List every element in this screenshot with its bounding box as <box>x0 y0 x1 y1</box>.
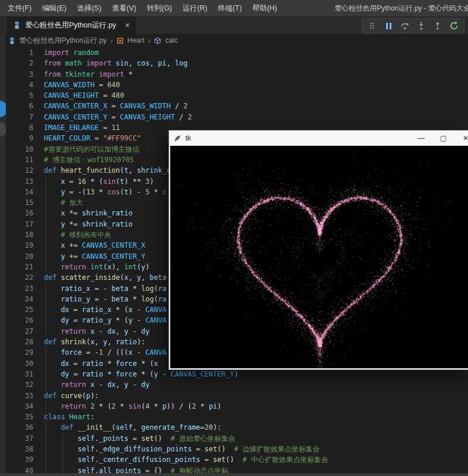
indent-guide <box>46 219 46 230</box>
code-text: #需要源代码的可以加博主微信 <box>44 144 139 155</box>
code-text: def __init__(self, generate_frame=20): <box>44 422 222 433</box>
tk-titlebar[interactable]: tk — ▢ ✕ <box>169 131 468 146</box>
code-line[interactable]: 33def curve(p): <box>0 391 468 401</box>
code-line[interactable]: 39 self._center_diffusion_points = set()… <box>0 454 468 465</box>
tab-bar: 爱心粉丝色用Python运行.py × <box>0 16 468 34</box>
breadcrumb-method[interactable]: calc <box>165 36 177 44</box>
code-text: force = -1 / (((x - CANVA <box>44 347 167 358</box>
activity-bar-sliver <box>0 34 6 476</box>
window-title: 爱心粉丝色用Python运行.py - 爱心代码大全 - Vis <box>335 0 468 16</box>
code-text: self._center_diffusion_points = set() # … <box>44 454 328 465</box>
code-text: CANVAS_CENTER_Y = CANVAS_HEIGHT / 2 <box>44 112 192 122</box>
code-line[interactable]: 6CANVAS_CENTER_X = CANVAS_WIDTH / 2 <box>0 101 468 111</box>
debug-badge-icon[interactable] <box>0 101 6 117</box>
step-over-icon[interactable] <box>400 21 410 30</box>
code-line[interactable]: 5CANVAS_HEIGHT = 480 <box>0 90 468 101</box>
code-text: def scatter_inside(x, y, beta <box>44 272 167 283</box>
maximize-button[interactable]: ▢ <box>433 131 453 146</box>
method-symbol-icon <box>154 37 161 44</box>
menu-item[interactable]: 转到(G) <box>142 0 177 16</box>
code-line[interactable]: 4CANVAS_WIDTH = 640 <box>0 80 468 90</box>
code-text: return x - dx, y - dy <box>44 326 150 337</box>
indent-guide <box>46 251 46 262</box>
code-line[interactable]: 35class Heart: <box>0 412 468 422</box>
code-text: from tkinter import * <box>44 69 133 80</box>
code-text: self._points = set() # 原始爱心坐标集合 <box>44 433 235 444</box>
python-icon <box>13 21 21 29</box>
code-line[interactable]: 37 self._points = set() # 原始爱心坐标集合 <box>0 433 468 444</box>
code-text: return 2 * (2 * sin(4 * p)) / (2 * pi) <box>44 401 222 412</box>
code-text: HEART_COLOR = "#FF99CC" <box>44 133 141 143</box>
code-text: x = 16 * (sin(t) ** 3) <box>44 176 154 187</box>
code-text: class Heart: <box>44 412 95 422</box>
code-text: x *= shrink_ratio <box>44 208 133 218</box>
code-line[interactable]: 34 return 2 * (2 * sin(4 * p)) / (2 * pi… <box>0 401 468 412</box>
indent-guide <box>46 358 46 369</box>
indent-guide <box>46 197 46 208</box>
indent-guide <box>63 433 63 444</box>
debug-toolbar <box>362 18 464 33</box>
tk-canvas-area <box>170 146 468 368</box>
indent-guide <box>46 262 46 272</box>
python-icon <box>8 37 16 44</box>
partial-icon <box>0 122 6 137</box>
menu-items: 文件(F)编辑(E)选择(S)查看(V)转到(G)运行(R)终端(T)帮助(H) <box>2 0 283 16</box>
breadcrumb-separator: › <box>148 36 150 45</box>
tab-close-icon[interactable]: × <box>125 21 130 29</box>
menu-item[interactable]: 终端(T) <box>212 0 247 16</box>
indent-guide <box>46 422 46 433</box>
menu-item[interactable]: 帮助(H) <box>247 0 282 16</box>
code-text: import random <box>44 47 99 58</box>
code-line[interactable]: 2from math import sin, cos, pi, log <box>0 58 468 69</box>
code-text: return int(x), int(y) <box>44 262 150 272</box>
code-text: y = -(13 * cos(t) - 5 * c <box>44 187 167 197</box>
code-text: def heart_function(t, shrink_ra <box>44 165 175 176</box>
pause-icon[interactable] <box>384 21 393 30</box>
grip-icon[interactable] <box>367 21 377 30</box>
indent-guide <box>46 176 46 187</box>
code-line[interactable]: 1import random <box>0 47 468 58</box>
tk-feather-icon <box>174 135 181 142</box>
code-line[interactable]: 32 return x - dx, y - dy <box>0 379 468 390</box>
indent-guide <box>46 187 46 197</box>
breadcrumb-class[interactable]: Heart <box>128 36 144 44</box>
code-text: x += CANVAS_CENTER_X <box>44 240 145 251</box>
indent-guide <box>46 433 46 444</box>
tab-active-file[interactable]: 爱心粉丝色用Python运行.py × <box>7 16 136 34</box>
menu-bar: 文件(F)编辑(E)选择(S)查看(V)转到(G)运行(R)终端(T)帮助(H)… <box>0 0 468 16</box>
restart-icon[interactable] <box>449 21 459 30</box>
heart-scatter-canvas <box>170 146 468 368</box>
code-line[interactable]: 31 dy = ratio * force * (y - CANVAS_CENT… <box>0 369 468 379</box>
code-text: return x - dx, y - dy <box>44 379 150 390</box>
menu-item[interactable]: 文件(F) <box>2 0 37 16</box>
code-line[interactable]: 3from tkinter import * <box>0 69 468 80</box>
code-text: # 博主微信：wof19920705 <box>44 155 134 165</box>
indent-guide <box>46 347 46 358</box>
code-line[interactable]: 38 self._edge_diffusion_points = set() #… <box>0 444 468 454</box>
code-text: CANVAS_HEIGHT = 480 <box>44 90 124 101</box>
menu-item[interactable]: 查看(V) <box>106 0 142 16</box>
breadcrumb-file[interactable]: 爱心粉丝色用Python运行.py <box>19 36 106 46</box>
code-line[interactable]: 7CANVAS_CENTER_Y = CANVAS_HEIGHT / 2 <box>0 112 468 122</box>
breadcrumb: 爱心粉丝色用Python运行.py › Heart › calc <box>0 34 468 47</box>
code-text: dy = ratio * force * (y - CANVAS_CENTER_… <box>44 369 238 379</box>
code-line[interactable]: 36 def __init__(self, generate_frame=20)… <box>0 422 468 433</box>
code-text: def curve(p): <box>44 391 99 401</box>
indent-guide <box>46 240 46 251</box>
indent-guide <box>46 294 46 304</box>
tk-window-title: tk <box>185 134 191 142</box>
step-into-icon[interactable] <box>417 21 426 30</box>
step-out-icon[interactable] <box>433 21 442 30</box>
minimize-button[interactable]: — <box>411 131 431 146</box>
tk-window: tk — ▢ ✕ <box>168 130 468 370</box>
indent-guide <box>46 283 46 294</box>
code-text: # 移到画布中央 <box>44 230 111 240</box>
indent-guide <box>46 304 46 315</box>
menu-item[interactable]: 运行(R) <box>177 0 212 16</box>
close-button[interactable]: ✕ <box>456 131 468 146</box>
menu-item[interactable]: 选择(S) <box>72 0 107 16</box>
menu-item[interactable]: 编辑(E) <box>37 0 72 16</box>
code-text: y += CANVAS_CENTER_Y <box>44 251 145 262</box>
code-text: # 放大 <box>44 197 83 208</box>
code-text: dx = ratio * force * (x <box>44 358 158 369</box>
